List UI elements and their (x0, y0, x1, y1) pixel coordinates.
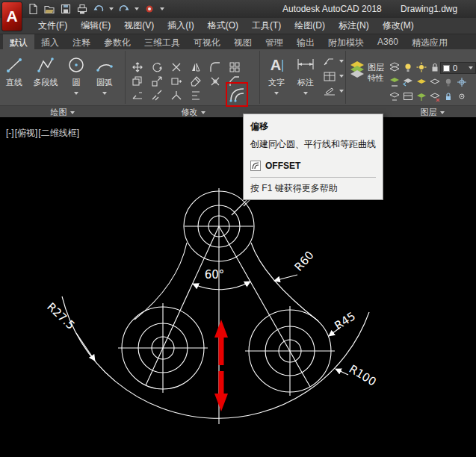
layer-freeze-sun-icon[interactable] (416, 62, 428, 74)
explode-tool-icon[interactable] (209, 75, 221, 87)
tab-visualize[interactable]: 可视化 (187, 34, 227, 49)
leader-dropdown-icon[interactable] (339, 60, 344, 63)
save-icon[interactable] (60, 3, 72, 15)
layer-lockfade-icon[interactable] (443, 91, 455, 103)
layer-prev-icon[interactable] (403, 77, 415, 89)
dimension-tool-label: 标注 (293, 77, 318, 88)
markup-dropdown-icon[interactable] (339, 90, 344, 93)
app-title: Autodesk AutoCAD 2018 (282, 4, 382, 14)
open-file-icon[interactable] (43, 3, 55, 15)
tab-manage[interactable]: 管理 (259, 34, 290, 49)
menu-view[interactable]: 视图(V) (117, 17, 161, 34)
undo-dropdown-icon[interactable] (109, 7, 114, 10)
trim-tool-icon[interactable] (170, 61, 182, 73)
dimension-dropdown-icon[interactable] (303, 92, 308, 95)
draw-panel: 直线 多段线 圆 圆弧 (0, 49, 125, 105)
layer-on-bulb-icon[interactable] (403, 62, 415, 74)
layer-walk-icon[interactable] (389, 91, 401, 103)
layer-match-icon[interactable] (389, 77, 401, 89)
text-dropdown-icon[interactable] (274, 92, 279, 95)
drawing-canvas[interactable]: [-][俯视][二维线框] (0, 117, 476, 457)
table-tool-icon[interactable] (323, 72, 339, 84)
layer-properties-label-1: 图层 (368, 62, 384, 72)
polyline-tool-label: 多段线 (28, 77, 63, 88)
move-tool-icon[interactable] (132, 61, 143, 73)
stretch-tool-icon[interactable] (170, 75, 182, 87)
layer-off-icon[interactable] (443, 77, 455, 89)
tab-3dtools[interactable]: 三维工具 (137, 34, 187, 49)
radius-r60-label: R60 (292, 249, 317, 274)
erase-tool-icon[interactable] (190, 75, 202, 87)
polyline-tool-button[interactable]: 多段线 (28, 55, 63, 88)
dimension-tool-button[interactable]: 标注 (293, 55, 318, 97)
array-tool-icon[interactable] (229, 61, 241, 73)
layer-delete-icon[interactable] (430, 91, 442, 103)
layer-properties-button[interactable]: 图层 特性 (349, 55, 388, 100)
menu-draw[interactable]: 绘图(D) (288, 17, 332, 34)
break-tool-icon[interactable] (151, 90, 163, 102)
layer-unisolate-icon[interactable] (430, 77, 442, 89)
current-layer-name: 0 (453, 63, 457, 72)
tab-view[interactable]: 视图 (227, 34, 259, 49)
arc-dropdown-icon[interactable] (102, 92, 107, 95)
mirror-tool-icon[interactable] (190, 61, 202, 73)
menu-file[interactable]: 文件(F) (31, 17, 74, 34)
align-tool-icon[interactable] (190, 90, 202, 102)
circle-tool-button[interactable]: 圆 (66, 55, 87, 97)
line-tool-button[interactable]: 直线 (1, 55, 27, 88)
layer-properties-icon (349, 60, 365, 79)
layer-merge-icon[interactable] (416, 91, 428, 103)
arc-tool-button[interactable]: 圆弧 (90, 55, 120, 97)
tooltip-title: 偏移 (250, 120, 376, 133)
tab-addins[interactable]: 附加模块 (321, 34, 371, 49)
layer-dropdown[interactable]: 0 (440, 62, 476, 74)
polyline-icon (37, 55, 55, 75)
layers-panel-title[interactable]: 图层 (389, 107, 476, 117)
lengthen-tool-icon[interactable] (132, 90, 143, 102)
tab-annotate[interactable]: 注释 (66, 34, 97, 49)
text-tool-button[interactable]: A 文字 (263, 55, 290, 97)
radius-r100-label: R100 (347, 362, 379, 389)
table-dropdown-icon[interactable] (339, 75, 344, 78)
layer-settings-icon[interactable] (457, 91, 469, 103)
layer-state-icon[interactable] (389, 62, 401, 74)
plot-icon[interactable] (76, 3, 88, 15)
qat-menu-icon[interactable] (160, 7, 164, 10)
redo-icon[interactable] (118, 3, 130, 15)
rotate-tool-icon[interactable] (151, 61, 163, 73)
share-icon[interactable] (143, 3, 155, 15)
leader-tool-icon[interactable] (323, 57, 339, 69)
tab-output[interactable]: 输出 (290, 34, 321, 49)
draw-panel-expand-icon (70, 111, 75, 114)
menu-tools[interactable]: 工具(T) (245, 17, 288, 34)
menu-modify[interactable]: 修改(M) (376, 17, 421, 34)
tab-insert[interactable]: 插入 (34, 34, 66, 49)
layer-isolate-icon[interactable] (416, 77, 428, 89)
menu-dimension[interactable]: 标注(N) (332, 17, 376, 34)
scale-tool-icon[interactable] (151, 75, 163, 87)
circle-dropdown-icon[interactable] (74, 92, 78, 95)
tooltip-command-name: OFFSET (265, 161, 300, 171)
application-menu-button[interactable]: A (1, 1, 22, 31)
modify-panel-title[interactable]: 修改 (127, 107, 259, 117)
layer-freeze-icon[interactable] (457, 77, 469, 89)
markup-tool-icon[interactable] (323, 87, 339, 99)
tab-parametric[interactable]: 参数化 (97, 34, 137, 49)
redo-dropdown-icon[interactable] (135, 7, 139, 10)
fillet-tool-icon[interactable] (209, 61, 221, 73)
new-file-icon[interactable] (27, 3, 39, 15)
tab-a360[interactable]: A360 (371, 34, 405, 49)
join-tool-icon[interactable] (170, 90, 182, 102)
menu-insert[interactable]: 插入(I) (161, 17, 200, 34)
radius-r45-label: R45 (332, 309, 358, 332)
draw-panel-title[interactable]: 绘图 (0, 107, 125, 117)
menu-format[interactable]: 格式(O) (201, 17, 245, 34)
tab-featured-apps[interactable]: 精选应用 (405, 34, 454, 49)
line-tool-label: 直线 (1, 77, 27, 88)
undo-icon[interactable] (93, 3, 105, 15)
copy-tool-icon[interactable] (132, 75, 143, 87)
tab-home[interactable]: 默认 (3, 34, 34, 49)
layer-vpfreeze-icon[interactable] (403, 91, 415, 103)
layers-panel: 图层 特性 0 (347, 49, 476, 105)
menu-edit[interactable]: 编辑(E) (74, 17, 117, 34)
